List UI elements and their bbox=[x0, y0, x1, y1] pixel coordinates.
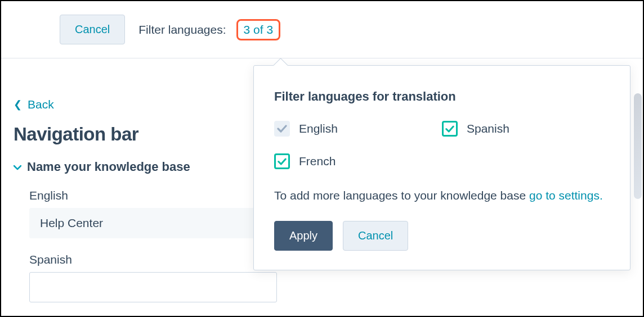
apply-button[interactable]: Apply bbox=[274, 221, 333, 251]
section-title: Name your knowledge base bbox=[27, 160, 190, 174]
go-to-settings-link[interactable]: go to settings. bbox=[529, 189, 603, 202]
field-spanish: Spanish bbox=[29, 253, 278, 302]
popover-cancel-button-label: Cancel bbox=[358, 229, 393, 242]
checkbox-spanish-icon bbox=[442, 121, 458, 137]
popover-cancel-button[interactable]: Cancel bbox=[343, 221, 408, 251]
lang-label-english: English bbox=[299, 122, 338, 135]
field-english: English Help Center bbox=[29, 189, 278, 238]
lang-label-french: French bbox=[299, 155, 336, 168]
filter-languages-popover: Filter languages for translation English… bbox=[253, 65, 630, 270]
field-spanish-label: Spanish bbox=[29, 253, 278, 266]
apply-button-label: Apply bbox=[289, 229, 317, 242]
popover-title: Filter languages for translation bbox=[274, 89, 610, 104]
left-panel: ❮ Back Navigation bar Name your knowledg… bbox=[14, 98, 278, 302]
scrollbar[interactable] bbox=[634, 93, 642, 199]
back-link-label: Back bbox=[28, 98, 54, 111]
language-grid: English Spanish French bbox=[274, 121, 610, 169]
field-english-value[interactable]: Help Center bbox=[29, 208, 277, 238]
filter-languages-label: Filter languages: bbox=[138, 23, 226, 37]
helper-text: To add more languages to your knowledge … bbox=[274, 189, 529, 202]
cancel-button[interactable]: Cancel bbox=[60, 15, 125, 44]
page-title: Navigation bar bbox=[14, 124, 278, 145]
chevron-left-icon: ❮ bbox=[14, 99, 22, 110]
top-bar: Cancel Filter languages: 3 of 3 bbox=[1, 1, 643, 58]
lang-item-french[interactable]: French bbox=[274, 153, 442, 169]
popover-helper-text: To add more languages to your knowledge … bbox=[274, 186, 610, 205]
checkbox-french-icon bbox=[274, 153, 290, 169]
back-link[interactable]: ❮ Back bbox=[14, 98, 54, 111]
section-toggle[interactable]: Name your knowledge base bbox=[14, 160, 278, 174]
field-english-label: English bbox=[29, 189, 278, 202]
popover-actions: Apply Cancel bbox=[274, 221, 610, 251]
lang-item-english[interactable]: English bbox=[274, 121, 442, 137]
cancel-button-label: Cancel bbox=[75, 23, 110, 36]
lang-label-spanish: Spanish bbox=[467, 122, 509, 135]
checkbox-english-icon bbox=[274, 121, 290, 137]
filter-count-toggle[interactable]: 3 of 3 bbox=[244, 23, 274, 36]
filter-count-highlight: 3 of 3 bbox=[236, 19, 281, 40]
field-spanish-input[interactable] bbox=[29, 272, 277, 302]
lang-item-spanish[interactable]: Spanish bbox=[442, 121, 610, 137]
chevron-down-icon bbox=[14, 163, 21, 172]
